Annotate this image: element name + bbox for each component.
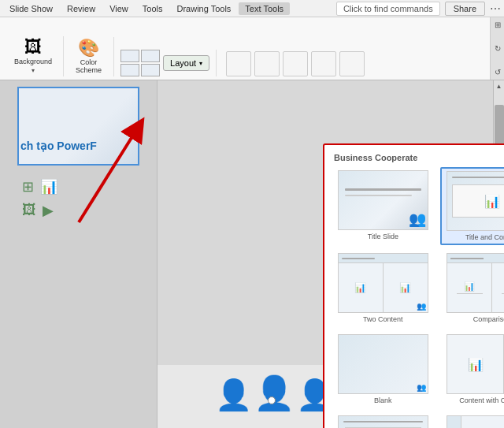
background-icon: 🖼 <box>24 39 42 56</box>
layout-icon-group <box>120 50 160 76</box>
layout-thumb-content-caption: 📊 👥 <box>447 334 504 394</box>
layout-label-title-slide: Title Slide <box>368 233 398 240</box>
layout-dropdown-button[interactable]: Layout ▾ <box>163 55 209 71</box>
ribbon-extra-buttons <box>226 51 365 76</box>
layout-item-title-content[interactable]: 📊 👥 Title and Content <box>440 167 504 245</box>
ribbon-btn-extra1[interactable] <box>226 51 251 76</box>
sidebar-icon-1[interactable]: ⊞ <box>495 20 501 29</box>
layout-item-content-caption[interactable]: 📊 👥 Content with Caption <box>440 331 504 408</box>
layout-thumb-vertical-title: 👥 <box>447 415 504 428</box>
layout-icon-1 <box>120 50 139 62</box>
slide-panel: ch tạo PowerF ⊞ 📊 🖼 ▶ <box>0 80 158 428</box>
ribbon-group-colorscheme: 🎨 ColorScheme <box>67 37 114 76</box>
search-box[interactable]: Click to find commands <box>336 2 440 16</box>
layout-label-two-content: Two Content <box>363 315 403 323</box>
background-label: Background <box>14 58 52 65</box>
slide-thumbnail[interactable]: ch tạo PowerF <box>17 87 139 166</box>
layout-label-blank: Blank <box>374 396 392 404</box>
main-area: ch tạo PowerF ⊞ 📊 🖼 ▶ <box>0 80 504 428</box>
share-button[interactable]: Share <box>445 2 485 16</box>
layout-label-comparison: Comparison <box>473 315 504 323</box>
menu-bar: Slide Show Review View Tools Drawing Too… <box>0 0 504 17</box>
colorscheme-label: ColorScheme <box>76 58 102 74</box>
handle-left[interactable] <box>268 396 276 404</box>
ribbon: 🖼 Background ▾ 🎨 ColorScheme <box>0 17 504 80</box>
layout-grid: 👥 Title Slide 📊 👥 <box>331 167 504 428</box>
layout-thumb-blank: 👥 <box>338 334 428 394</box>
right-content-area: Business Cooperate 👥 Title Slide <box>158 80 504 428</box>
layout-item-comparison[interactable]: 📊 📊 👥 Comparison <box>440 250 504 326</box>
menu-view[interactable]: View <box>103 2 135 15</box>
table-icon: ⊞ <box>22 178 34 195</box>
background-button[interactable]: 🖼 Background ▾ <box>9 36 57 76</box>
chart-icon: 📊 <box>40 178 57 195</box>
layout-item-two-content[interactable]: 📊 📊 👥 Two Content <box>331 250 435 326</box>
menu-text-tools[interactable]: Text Tools <box>239 2 290 15</box>
more-icon[interactable]: ⋯ <box>490 2 501 15</box>
menu-slideshow[interactable]: Slide Show <box>3 2 59 15</box>
slide-icon-group: ⊞ 📊 🖼 ▶ <box>22 178 57 219</box>
ribbon-group-background: 🖼 Background ▾ <box>6 36 64 76</box>
layout-panel: Business Cooperate 👥 Title Slide <box>323 143 504 428</box>
layout-label-title-content: Title and Content <box>465 233 504 241</box>
layout-label-content-caption: Content with Caption <box>459 396 504 404</box>
background-dropdown-arrow: ▾ <box>32 67 35 74</box>
ribbon-sidebar-icons: ⊞ ↻ ↺ <box>490 17 504 80</box>
ribbon-btn-extra4[interactable] <box>311 51 336 76</box>
colorscheme-icon: 🎨 <box>78 39 99 57</box>
layout-thumb-title-slide: 👥 <box>338 170 428 230</box>
layout-item-vertical-title[interactable]: 👥 Vertical Title and Text <box>440 412 504 428</box>
slide-main-text: ch tạo PowerF <box>20 140 97 152</box>
ribbon-btn-extra5[interactable] <box>339 51 365 76</box>
layout-panel-title: Business Cooperate <box>331 151 504 167</box>
ribbon-btn-extra2[interactable] <box>254 51 280 76</box>
layout-item-blank[interactable]: 👥 Blank <box>331 331 435 408</box>
layout-icon-4 <box>141 64 160 76</box>
layout-label: Layout <box>170 58 196 68</box>
layout-thumb-two-content: 📊 📊 👥 <box>338 253 428 313</box>
layout-thumb-title-vertical: 👥 <box>338 415 428 428</box>
layout-icon-2 <box>141 50 160 62</box>
image-icon: 🖼 <box>22 202 36 219</box>
layout-dropdown-arrow: ▾ <box>199 60 202 67</box>
layout-icon-3 <box>120 64 139 76</box>
sidebar-icon-2[interactable]: ↻ <box>495 44 501 53</box>
layout-thumb-comparison: 📊 📊 👥 <box>447 253 504 313</box>
layout-item-title-vertical[interactable]: 👥 Title and Vertical Text <box>331 412 435 428</box>
scroll-up-arrow[interactable]: ▲ <box>494 80 504 92</box>
video-icon: ▶ <box>43 202 54 219</box>
layout-item-title-slide[interactable]: 👥 Title Slide <box>331 167 435 245</box>
ribbon-group-layout: Layout ▾ <box>117 50 217 76</box>
menu-tools[interactable]: Tools <box>136 2 169 15</box>
layout-thumb-title-content: 📊 👥 <box>447 171 504 231</box>
menu-review[interactable]: Review <box>61 2 102 15</box>
sidebar-icon-3[interactable]: ↺ <box>495 68 501 76</box>
colorscheme-button[interactable]: 🎨 ColorScheme <box>71 37 106 76</box>
ribbon-btn-extra3[interactable] <box>283 51 308 76</box>
menu-drawing[interactable]: Drawing Tools <box>170 2 237 15</box>
